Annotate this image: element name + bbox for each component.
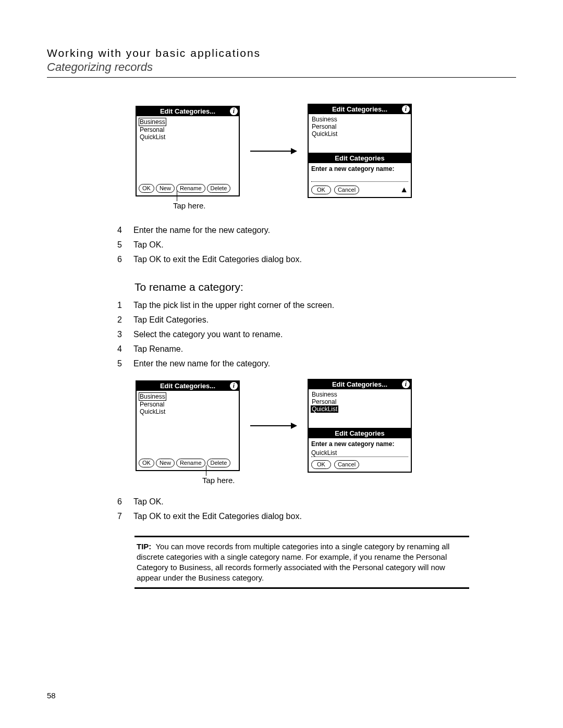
step-number: 7 <box>115 511 122 522</box>
sub-dialog-title: Edit Categories <box>309 429 411 438</box>
ok-button[interactable]: OK <box>311 186 331 194</box>
dialog-button-row: OK New Rename Delete <box>137 456 239 470</box>
info-icon[interactable]: i <box>402 380 410 388</box>
step-text: Enter the name for the new category. <box>133 225 270 236</box>
list-item[interactable]: QuickList <box>139 133 166 141</box>
ok-button[interactable]: OK <box>311 460 331 469</box>
step-list: 6 Tap OK. 7 Tap OK to exit the Edit Cate… <box>115 496 469 522</box>
page-number: 58 <box>47 691 56 700</box>
tip-label: TIP: <box>137 542 151 551</box>
delete-button[interactable]: Delete <box>207 184 231 193</box>
list-item[interactable]: Business <box>311 391 338 398</box>
dialog-button-row: OK New Rename Delete <box>137 182 239 195</box>
figure-1-left-wrapper: Edit Categories... i Business Personal Q… <box>136 106 240 196</box>
figure-1: Edit Categories... i Business Personal Q… <box>136 104 469 198</box>
list-item[interactable]: Personal <box>139 401 165 408</box>
step-row: 4 Tap Rename. <box>115 343 469 355</box>
step-number: 2 <box>115 314 122 326</box>
sub-dialog-buttons: OK Cancel ▲ <box>311 185 408 194</box>
dialog-title: Edit Categories... <box>160 382 215 390</box>
dialog-title-bar: Edit Categories... i <box>137 381 239 391</box>
arrow-icon <box>250 422 297 430</box>
section-heading: To rename a category: <box>134 281 469 293</box>
step-list: 1 Tap the pick list in the upper right c… <box>115 300 469 369</box>
list-item[interactable]: Personal <box>311 398 337 405</box>
dialog-title: Edit Categories... <box>332 380 387 388</box>
content-region: Edit Categories... i Business Personal Q… <box>47 104 516 589</box>
list-item[interactable]: Personal <box>311 123 337 130</box>
step-row: 7 Tap OK to exit the Edit Categories dia… <box>115 511 469 522</box>
list-item[interactable]: Business <box>139 392 166 401</box>
svg-marker-3 <box>291 423 297 429</box>
step-number: 5 <box>115 239 122 251</box>
edit-categories-dialog: Edit Categories... i Business Personal Q… <box>136 380 240 471</box>
step-row: 6 Tap OK. <box>115 496 469 508</box>
rename-sub-dialog: Edit Categories Enter a new category nam… <box>309 428 411 472</box>
new-button[interactable]: New <box>156 459 175 467</box>
list-item[interactable]: QuickList <box>139 408 166 415</box>
category-name-input[interactable] <box>311 174 408 182</box>
step-text: Tap OK to exit the Edit Categories dialo… <box>133 254 302 265</box>
edit-categories-dialog: Edit Categories... i Business Personal Q… <box>308 379 412 473</box>
list-item[interactable]: Business <box>139 118 166 126</box>
prompt-label: Enter a new category name: <box>311 440 408 448</box>
step-number: 4 <box>115 343 122 355</box>
sub-dialog-title: Edit Categories <box>309 154 411 163</box>
info-icon[interactable]: i <box>230 107 238 115</box>
page-header: Working with your basic applications Cat… <box>47 47 516 78</box>
cancel-button[interactable]: Cancel <box>334 186 359 194</box>
tap-here-caption: Tap here. <box>173 201 469 210</box>
step-text: Enter the new name for the category. <box>133 358 270 369</box>
list-item-selected[interactable]: QuickList <box>311 405 338 413</box>
category-list[interactable]: Business Personal QuickList <box>309 114 411 153</box>
step-text: Tap OK. <box>133 496 164 508</box>
new-button[interactable]: New <box>156 184 175 193</box>
step-row: 5 Enter the new name for the category. <box>115 358 469 369</box>
info-icon[interactable]: i <box>230 382 238 390</box>
list-item[interactable]: QuickList <box>311 130 338 138</box>
document-page: Working with your basic applications Cat… <box>0 0 563 728</box>
category-name-input[interactable] <box>311 449 408 457</box>
edit-categories-dialog: Edit Categories... i Business Personal Q… <box>136 106 240 196</box>
step-row: 6 Tap OK to exit the Edit Categories dia… <box>115 254 469 265</box>
step-row: 2 Tap Edit Categories. <box>115 314 469 326</box>
rename-button[interactable]: Rename <box>176 184 205 193</box>
rename-button[interactable]: Rename <box>176 459 205 467</box>
svg-marker-1 <box>291 148 297 154</box>
category-list[interactable]: Business Personal QuickList <box>309 389 411 428</box>
dialog-title: Edit Categories... <box>160 107 215 115</box>
step-row: 5 Tap OK. <box>115 239 469 251</box>
dialog-title: Edit Categories... <box>332 105 387 113</box>
sub-dialog-body: Enter a new category name: OK Cancel ▲ <box>309 163 411 197</box>
tap-here-caption: Tap here. <box>202 476 469 485</box>
ok-button[interactable]: OK <box>139 459 154 467</box>
step-row: 4 Enter the name for the new category. <box>115 225 469 236</box>
step-number: 1 <box>115 300 122 311</box>
dialog-title-bar: Edit Categories... i <box>137 107 239 116</box>
category-list[interactable]: Business Personal QuickList <box>137 116 239 182</box>
step-text: Tap Rename. <box>133 343 183 355</box>
figure-2-left-wrapper: Edit Categories... i Business Personal Q… <box>136 380 240 471</box>
figure-2: Edit Categories... i Business Personal Q… <box>136 379 469 473</box>
sub-dialog-buttons: OK Cancel <box>311 460 408 469</box>
up-arrow-icon[interactable]: ▲ <box>400 185 408 194</box>
delete-button[interactable]: Delete <box>207 459 231 467</box>
step-text: Select the category you want to rename. <box>133 329 283 340</box>
category-list[interactable]: Business Personal QuickList <box>137 391 239 456</box>
dialog-title-bar: Edit Categories... i <box>309 105 411 114</box>
step-row: 1 Tap the pick list in the upper right c… <box>115 300 469 311</box>
list-item[interactable]: Personal <box>139 126 165 133</box>
ok-button[interactable]: OK <box>139 184 154 193</box>
info-icon[interactable]: i <box>402 105 410 113</box>
step-text: Tap OK. <box>133 239 164 251</box>
rename-sub-dialog: Edit Categories Enter a new category nam… <box>309 153 411 197</box>
cancel-button[interactable]: Cancel <box>334 460 359 469</box>
step-number: 3 <box>115 329 122 340</box>
step-text: Tap the pick list in the upper right cor… <box>133 300 334 311</box>
step-number: 6 <box>115 496 122 508</box>
list-item[interactable]: Business <box>311 116 338 123</box>
arrow-icon <box>250 147 297 155</box>
breadcrumb: Working with your basic applications <box>47 47 516 59</box>
step-number: 5 <box>115 358 122 369</box>
sub-dialog-body: Enter a new category name: OK Cancel <box>309 438 411 472</box>
